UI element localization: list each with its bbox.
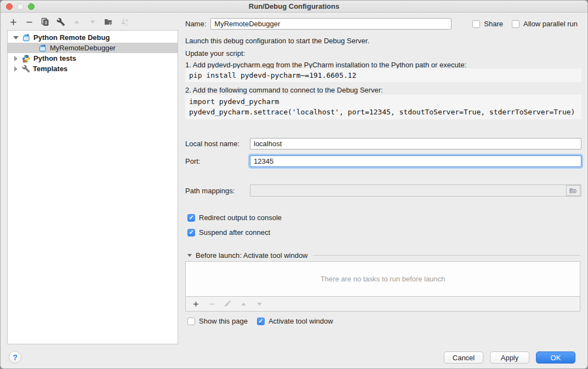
- page-options-row: Show this page Activate tool window: [187, 317, 333, 325]
- run-debug-configurations-dialog: Run/Debug Configurations az: [0, 0, 588, 369]
- remove-task-icon[interactable]: [207, 299, 216, 308]
- new-folder-icon[interactable]: [104, 18, 113, 26]
- cancel-button-label: Cancel: [453, 354, 475, 362]
- ok-button-label: OK: [551, 354, 561, 362]
- settrace-code-line2: pydevd_pycharm.settrace('localhost', por…: [189, 108, 575, 116]
- configurations-toolbar: az: [9, 18, 129, 26]
- no-tasks-message: There are no tasks to run before launch: [321, 275, 446, 283]
- remote-debug-config-icon: [38, 44, 47, 53]
- open-folder-icon: [569, 186, 578, 195]
- before-launch-header[interactable]: Before launch: Activate tool window: [187, 251, 580, 260]
- redirect-output-row: Redirect output to console: [187, 214, 282, 222]
- share-label: Share: [484, 20, 503, 28]
- suspend-after-connect-checkbox[interactable]: [187, 229, 195, 237]
- name-label: Name:: [185, 20, 206, 28]
- window-title: Run/Debug Configurations: [1, 2, 587, 10]
- settrace-code-line1: import pydevd_pycharm: [189, 97, 279, 106]
- ok-button[interactable]: OK: [536, 351, 575, 364]
- chevron-collapsed-icon[interactable]: [13, 56, 19, 61]
- tree-item-myremotedebugger[interactable]: MyRemoteDebugger: [8, 43, 178, 53]
- before-launch-toolbar: [185, 297, 580, 312]
- templates-wrench-icon: [22, 65, 30, 73]
- tree-item-label: Templates: [33, 65, 67, 73]
- before-launch-title: Before launch: Activate tool window: [196, 251, 308, 260]
- settrace-code: import pydevd_pycharm pydevd_pycharm.set…: [185, 95, 581, 119]
- move-down-icon[interactable]: [88, 18, 97, 26]
- edit-defaults-wrench-icon[interactable]: [56, 18, 65, 26]
- suspend-after-connect-label: Suspend after connect: [199, 228, 270, 237]
- local-host-row: Local host name:: [185, 138, 581, 149]
- redirect-output-label: Redirect output to console: [199, 214, 282, 222]
- move-up-icon[interactable]: [72, 18, 81, 26]
- tree-item-templates[interactable]: Templates: [8, 64, 178, 74]
- help-button[interactable]: ?: [9, 351, 21, 364]
- activate-tool-window-checkbox[interactable]: [257, 318, 265, 325]
- browse-folder-button[interactable]: [566, 185, 580, 196]
- path-mappings-row: Path mappings:: [185, 184, 581, 197]
- port-row: Port:: [185, 155, 581, 167]
- tree-item-python-remote-debug[interactable]: Python Remote Debug: [8, 32, 178, 43]
- name-row: Name: Share Allow parallel run: [185, 18, 581, 30]
- python-tests-icon: [22, 54, 31, 63]
- remove-configuration-icon[interactable]: [25, 18, 33, 26]
- local-host-input[interactable]: [250, 138, 581, 149]
- edit-task-pencil-icon[interactable]: [223, 299, 232, 308]
- port-input[interactable]: [250, 155, 581, 167]
- show-this-page-checkbox[interactable]: [187, 318, 195, 325]
- apply-button[interactable]: Apply: [490, 351, 529, 364]
- share-checkbox[interactable]: [472, 20, 480, 28]
- cancel-button[interactable]: Cancel: [444, 351, 483, 364]
- step1-text: 1. Add pydevd-pycharm.egg from the PyCha…: [185, 61, 466, 69]
- tree-item-python-tests[interactable]: Python tests: [8, 53, 178, 64]
- apply-button-label: Apply: [501, 354, 519, 362]
- port-label: Port:: [185, 157, 250, 165]
- step2-text: 2. Add the following command to connect …: [185, 86, 383, 94]
- name-input[interactable]: [210, 18, 452, 30]
- tree-item-label: Python Remote Debug: [33, 33, 110, 42]
- chevron-collapsed-icon[interactable]: [13, 66, 19, 72]
- allow-parallel-run-checkbox[interactable]: [512, 20, 520, 28]
- path-mappings-field[interactable]: [250, 184, 581, 197]
- add-task-icon[interactable]: [191, 299, 200, 308]
- update-script-text: Update your script:: [185, 49, 245, 57]
- move-task-up-icon[interactable]: [239, 299, 248, 308]
- path-mappings-label: Path mappings:: [185, 187, 250, 195]
- move-task-down-icon[interactable]: [255, 299, 264, 308]
- local-host-label: Local host name:: [185, 140, 250, 148]
- configurations-tree: Python Remote Debug MyRemoteDebugger Pyt…: [7, 30, 178, 344]
- add-configuration-icon[interactable]: [9, 18, 18, 26]
- path-mappings-input[interactable]: [250, 185, 566, 196]
- svg-text:z: z: [125, 22, 128, 26]
- remote-debug-config-icon: [22, 33, 31, 42]
- intro-text: Launch this debug configuration to start…: [185, 37, 369, 45]
- tree-item-label: MyRemoteDebugger: [50, 44, 116, 52]
- svg-text:a: a: [125, 18, 128, 22]
- collapse-section-icon[interactable]: [187, 254, 192, 257]
- chevron-expanded-icon[interactable]: [13, 36, 19, 39]
- sort-configurations-icon[interactable]: az: [120, 18, 129, 26]
- allow-parallel-run-label: Allow parallel run: [523, 20, 578, 28]
- section-divider: [313, 255, 580, 256]
- before-launch-task-list[interactable]: There are no tasks to run before launch: [185, 261, 580, 297]
- activate-tool-window-label: Activate tool window: [269, 317, 333, 325]
- title-bar: Run/Debug Configurations: [1, 1, 587, 13]
- tree-item-label: Python tests: [33, 54, 76, 62]
- copy-configuration-icon[interactable]: [41, 18, 49, 26]
- help-label: ?: [13, 353, 18, 362]
- suspend-after-connect-row: Suspend after connect: [187, 228, 270, 237]
- pip-install-code: pip install pydevd-pycharm~=191.6605.12: [185, 68, 581, 82]
- redirect-output-checkbox[interactable]: [187, 214, 195, 222]
- show-this-page-label: Show this page: [199, 317, 248, 325]
